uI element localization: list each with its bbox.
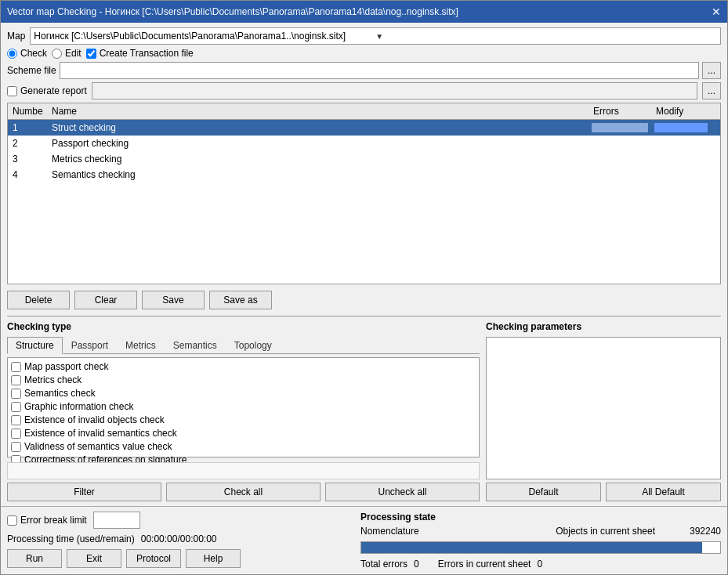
check-semantics-checkbox[interactable] xyxy=(11,389,21,399)
nomenclature-bar xyxy=(360,541,721,554)
table-row[interactable]: 1 Struct checking xyxy=(8,120,720,136)
col-name: Name xyxy=(50,105,592,118)
tab-structure[interactable]: Structure xyxy=(7,337,63,354)
save-as-button[interactable]: Save as xyxy=(209,291,272,309)
row-modify xyxy=(654,137,717,150)
row-number: 1 xyxy=(11,121,50,134)
dropdown-arrow-icon: ▼ xyxy=(375,32,717,41)
check-metrics-label: Metrics check xyxy=(24,374,81,385)
check-invalid-semantics-checkbox[interactable] xyxy=(11,429,21,439)
table-row[interactable]: 2 Passport checking xyxy=(8,136,720,151)
check-invalid-objects-checkbox[interactable] xyxy=(11,415,21,425)
edit-radio-item[interactable]: Edit xyxy=(52,48,81,59)
map-dropdown[interactable]: Ногинск [C:\Users\Public\Documents\Panor… xyxy=(30,27,721,45)
report-path-input[interactable]: C:\Users\Public\Documents\Panorama\Panor… xyxy=(92,82,697,99)
check-graphic[interactable]: Graphic information check xyxy=(11,401,476,412)
scheme-browse-button[interactable]: ... xyxy=(702,62,721,79)
clear-button[interactable]: Clear xyxy=(74,291,137,309)
window-title: Vector map Checking - Ногинск [C:\Users\… xyxy=(7,6,458,17)
filter-button[interactable]: Filter xyxy=(7,483,161,501)
nomenclature-label: Nomenclature xyxy=(360,526,517,537)
tab-topology[interactable]: Topology xyxy=(226,337,281,354)
check-map-passport[interactable]: Map passport check xyxy=(11,361,476,372)
two-panel: Checking type Structure Passport Metrics… xyxy=(7,321,721,501)
tab-passport[interactable]: Passport xyxy=(63,337,117,354)
tab-semantics[interactable]: Semantics xyxy=(165,337,226,354)
close-button[interactable]: ✕ xyxy=(712,6,721,17)
row-number: 3 xyxy=(11,153,50,165)
generate-report-checkbox[interactable] xyxy=(7,86,17,96)
create-transaction-item[interactable]: Create Transaction file xyxy=(86,48,194,59)
check-semantics[interactable]: Semantics check xyxy=(11,388,476,399)
uncheck-all-button[interactable]: Uncheck all xyxy=(325,483,480,501)
table-row[interactable]: 3 Metrics checking xyxy=(8,151,720,167)
exit-button[interactable]: Exit xyxy=(67,549,121,568)
all-default-button[interactable]: All Default xyxy=(606,483,721,501)
check-invalid-semantics-label: Existence of invalid semantics check xyxy=(24,428,177,439)
checks-box: Map passport check Metrics check Semanti… xyxy=(7,357,480,457)
check-graphic-checkbox[interactable] xyxy=(11,402,21,412)
generate-report-checkbox-item[interactable]: Generate report xyxy=(7,85,87,96)
total-errors-row: Total errors 0 Errors in current sheet 0 xyxy=(360,559,721,570)
nomenclature-bar-fill xyxy=(361,542,702,553)
checking-type-title: Checking type xyxy=(7,321,480,332)
check-metrics-checkbox[interactable] xyxy=(11,375,21,385)
check-semantics-label: Semantics check xyxy=(24,388,96,399)
check-invalid-objects[interactable]: Existence of invalid objects check xyxy=(11,414,476,425)
check-radio[interactable] xyxy=(7,49,17,59)
protocol-button[interactable]: Protocol xyxy=(126,549,181,568)
row-errors xyxy=(592,168,654,181)
check-validness[interactable]: Validness of semantics value check xyxy=(11,441,476,452)
run-button[interactable]: Run xyxy=(7,549,62,568)
error-break-limit-checkbox[interactable] xyxy=(7,515,17,526)
right-btn-row: Default All Default xyxy=(486,483,721,501)
check-label: Check xyxy=(20,48,47,59)
processing-time-row: Processing time (used/remain) 00:00:00/0… xyxy=(7,533,351,544)
footer-left: Error break limit 100 Processing time (u… xyxy=(7,512,351,570)
generate-report-label: Generate report xyxy=(20,85,87,96)
errors-in-sheet-value: 0 xyxy=(537,559,542,570)
run-btn-row: Run Exit Protocol Help xyxy=(7,549,351,568)
row-name: Semantics checking xyxy=(50,168,592,181)
edit-radio[interactable] xyxy=(52,49,62,59)
report-browse-button[interactable]: ... xyxy=(702,82,721,99)
row-errors xyxy=(592,137,654,150)
footer: Error break limit 100 Processing time (u… xyxy=(1,506,727,574)
title-bar: Vector map Checking - Ногинск [C:\Users\… xyxy=(1,1,727,23)
delete-button[interactable]: Delete xyxy=(7,291,70,309)
help-button[interactable]: Help xyxy=(186,549,241,568)
divider xyxy=(7,316,721,316)
processing-state-label: Processing state xyxy=(360,512,721,523)
check-table: Numbe Name Errors Modify 1 Struct checki… xyxy=(7,103,721,284)
row-number: 2 xyxy=(11,137,50,150)
scheme-file-label: Scheme file xyxy=(7,65,56,76)
create-transaction-checkbox[interactable] xyxy=(86,49,96,59)
action-buttons-row: Delete Clear Save Save as xyxy=(7,288,721,311)
row-errors xyxy=(592,153,654,165)
check-graphic-label: Graphic information check xyxy=(24,401,133,412)
check-metrics[interactable]: Metrics check xyxy=(11,374,476,385)
check-all-button[interactable]: Check all xyxy=(166,483,321,501)
check-invalid-semantics[interactable]: Existence of invalid semantics check xyxy=(11,428,476,439)
check-map-passport-label: Map passport check xyxy=(24,361,108,372)
check-name-input[interactable]: Struct checking xyxy=(7,462,480,479)
error-break-input[interactable]: 100 xyxy=(93,512,140,529)
checking-params-box xyxy=(486,337,721,479)
check-map-passport-checkbox[interactable] xyxy=(11,362,21,372)
error-break-limit-item[interactable]: Error break limit xyxy=(7,515,87,526)
main-window: Vector map Checking - Ногинск [C:\Users\… xyxy=(0,0,728,575)
total-errors-value: 0 xyxy=(414,559,419,570)
default-button[interactable]: Default xyxy=(486,483,601,501)
check-radio-item[interactable]: Check xyxy=(7,48,47,59)
check-invalid-objects-label: Existence of invalid objects check xyxy=(24,414,165,425)
scheme-file-input[interactable]: C:\Users\Alla\AppData\Roaming\Panorama\d… xyxy=(60,62,699,79)
right-panel: Checking parameters Default All Default xyxy=(486,321,721,501)
map-value: Ногинск [C:\Users\Public\Documents\Panor… xyxy=(34,31,375,42)
mode-row: Check Edit Create Transaction file xyxy=(7,48,721,59)
save-button[interactable]: Save xyxy=(142,291,205,309)
table-row[interactable]: 4 Semantics checking xyxy=(8,167,720,183)
row-number: 4 xyxy=(11,168,50,181)
check-validness-checkbox[interactable] xyxy=(11,442,21,452)
row-modify xyxy=(654,153,717,165)
tab-metrics[interactable]: Metrics xyxy=(117,337,165,354)
